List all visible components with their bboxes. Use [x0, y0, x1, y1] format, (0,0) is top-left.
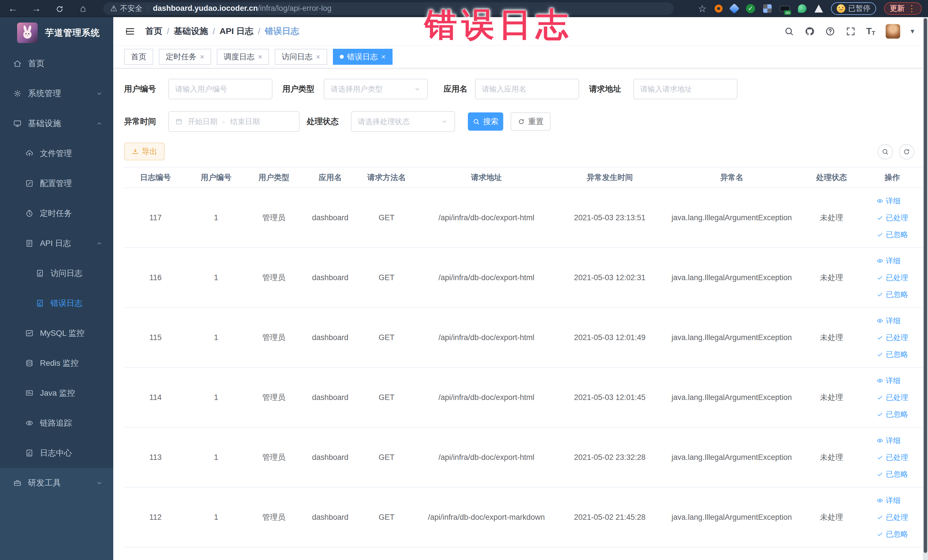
- export-button[interactable]: 导出: [124, 143, 165, 160]
- tab-close-icon[interactable]: ×: [258, 52, 262, 61]
- breadcrumb-item[interactable]: API 日志: [220, 25, 253, 37]
- action-detail-link[interactable]: 详细: [876, 256, 901, 266]
- sidebar-item-dev-tools[interactable]: 研发工具: [0, 468, 113, 498]
- action-processed-link[interactable]: 已处理: [876, 392, 908, 403]
- action-detail-link[interactable]: 详细: [876, 496, 901, 505]
- browser-back-icon[interactable]: ←: [6, 3, 20, 14]
- action-ignored-link[interactable]: 已忽略: [876, 349, 908, 359]
- action-processed-link[interactable]: 已处理: [876, 273, 908, 283]
- sidebar-item-mysql-monitor[interactable]: MySQL 监控: [0, 318, 113, 348]
- cell-status: 未处理: [801, 368, 862, 427]
- action-ignored-link[interactable]: 已忽略: [876, 469, 908, 479]
- eye-icon: [25, 419, 34, 427]
- action-ignored-link[interactable]: 已忽略: [876, 290, 908, 299]
- check-icon: [876, 454, 884, 461]
- font-size-icon[interactable]: TT: [866, 26, 875, 37]
- tab-close-icon[interactable]: ×: [200, 52, 204, 61]
- action-label: 已处理: [886, 333, 908, 343]
- extension-toggle-icon[interactable]: on: [780, 6, 790, 11]
- sidebar-item-label: 访问日志: [50, 268, 82, 279]
- page-scrollbar[interactable]: [923, 17, 928, 560]
- user-type-select[interactable]: 请选择用户类型: [324, 79, 428, 99]
- paused-extension-badge[interactable]: 已暂停: [831, 2, 876, 15]
- action-processed-link[interactable]: 已处理: [876, 452, 908, 462]
- search-button[interactable]: 搜索: [468, 112, 503, 131]
- cell-method: GET: [358, 427, 415, 487]
- reset-button-label: 重置: [528, 116, 544, 127]
- extensions-puzzle-icon[interactable]: [815, 5, 823, 12]
- app-logo-row[interactable]: 芋道管理系统: [0, 17, 113, 49]
- eye-icon: [876, 257, 884, 264]
- extension-orange-icon[interactable]: [714, 5, 723, 12]
- sidebar-item-error-log[interactable]: 错误日志: [0, 288, 113, 318]
- extension-check-icon[interactable]: ✓: [746, 4, 755, 13]
- request-url-input[interactable]: [633, 79, 737, 99]
- sidebar-item-file-management[interactable]: 文件管理: [0, 138, 113, 168]
- action-ignored-link[interactable]: 已忽略: [876, 409, 908, 420]
- tab-job[interactable]: 定时任务×: [159, 49, 211, 65]
- header-search-icon[interactable]: [784, 26, 794, 37]
- action-detail-link[interactable]: 详细: [876, 436, 901, 446]
- sidebar-item-log-center[interactable]: 日志中心: [0, 438, 113, 468]
- toggle-search-button[interactable]: [878, 144, 893, 159]
- avatar-caret-icon[interactable]: ▾: [911, 27, 914, 36]
- reset-button[interactable]: 重置: [511, 112, 551, 131]
- refresh-table-button[interactable]: [899, 144, 914, 159]
- breadcrumb-separator: /: [212, 26, 215, 36]
- chevron-up-icon: [96, 120, 103, 127]
- breadcrumb-item[interactable]: 基础设施: [174, 25, 208, 37]
- tab-job-log[interactable]: 调度日志×: [217, 49, 269, 65]
- action-detail-link[interactable]: 详细: [876, 376, 901, 386]
- extension-grid-icon[interactable]: [763, 4, 772, 13]
- browser-home-icon[interactable]: ⌂: [76, 3, 90, 14]
- fullscreen-icon[interactable]: [846, 26, 856, 37]
- user-avatar[interactable]: [885, 24, 901, 39]
- exception-time-range-picker[interactable]: 开始日期 - 结束日期: [168, 111, 299, 132]
- process-status-select[interactable]: 请选择处理状态: [351, 111, 455, 132]
- help-icon[interactable]: [825, 26, 835, 37]
- cell-exception: java.lang.IllegalArgumentException: [662, 368, 801, 427]
- cell-user_type: 管理员: [245, 188, 302, 248]
- sidebar-item-home[interactable]: 首页: [0, 49, 113, 78]
- sidebar-item-redis-monitor[interactable]: Redis 监控: [0, 348, 113, 378]
- tab-access-log[interactable]: 访问日志×: [275, 49, 327, 65]
- action-label: 详细: [886, 256, 901, 266]
- extension-gem-icon[interactable]: [729, 3, 740, 14]
- action-detail-link[interactable]: 详细: [876, 196, 901, 206]
- sidebar-item-api-log[interactable]: API 日志: [0, 228, 113, 258]
- extension-leaf-icon[interactable]: [798, 4, 806, 13]
- browser-reload-icon[interactable]: [53, 3, 66, 14]
- browser-address-bar[interactable]: ⚠ 不安全 dashboard.yudao.iocoder.cn /infra/…: [103, 2, 674, 15]
- sidebar-item-system-management[interactable]: 系统管理: [0, 78, 113, 108]
- sidebar-collapse-icon[interactable]: [125, 26, 136, 37]
- action-ignored-link[interactable]: 已忽略: [876, 230, 908, 240]
- tab-error-log[interactable]: 错误日志×: [333, 49, 392, 65]
- breadcrumb-item: 错误日志: [265, 25, 299, 37]
- kebab-menu-icon[interactable]: ⋮: [907, 3, 916, 14]
- app-name-input[interactable]: [475, 79, 579, 99]
- sidebar-item-access-log[interactable]: 访问日志: [0, 258, 113, 288]
- action-processed-link[interactable]: 已处理: [876, 333, 908, 343]
- action-detail-link[interactable]: 详细: [876, 316, 901, 326]
- bookmark-star-icon[interactable]: ☆: [698, 3, 707, 14]
- range-separator: -: [223, 117, 225, 126]
- cell-user_type: 管理员: [245, 308, 302, 368]
- sidebar-item-config-management[interactable]: 配置管理: [0, 168, 113, 198]
- sidebar-item-scheduled-jobs[interactable]: 定时任务: [0, 198, 113, 228]
- github-icon[interactable]: [804, 26, 815, 37]
- action-processed-link[interactable]: 已处理: [876, 512, 908, 522]
- user-id-input[interactable]: [168, 79, 272, 99]
- sidebar-item-infrastructure[interactable]: 基础设施: [0, 108, 113, 138]
- scrollbar-thumb[interactable]: [924, 18, 927, 553]
- tab-home[interactable]: 首页: [124, 49, 153, 65]
- column-header: 用户类型: [245, 167, 302, 188]
- browser-update-button[interactable]: 更新 ⋮: [884, 2, 922, 15]
- breadcrumb-item[interactable]: 首页: [145, 25, 162, 37]
- browser-forward-icon[interactable]: →: [30, 3, 43, 14]
- sidebar-item-trace[interactable]: 链路追踪: [0, 408, 113, 438]
- action-processed-link[interactable]: 已处理: [876, 213, 908, 223]
- action-ignored-link[interactable]: 已忽略: [876, 529, 908, 539]
- tab-close-icon[interactable]: ×: [382, 52, 386, 61]
- sidebar-item-java-monitor[interactable]: Java 监控: [0, 378, 113, 408]
- tab-close-icon[interactable]: ×: [316, 52, 320, 61]
